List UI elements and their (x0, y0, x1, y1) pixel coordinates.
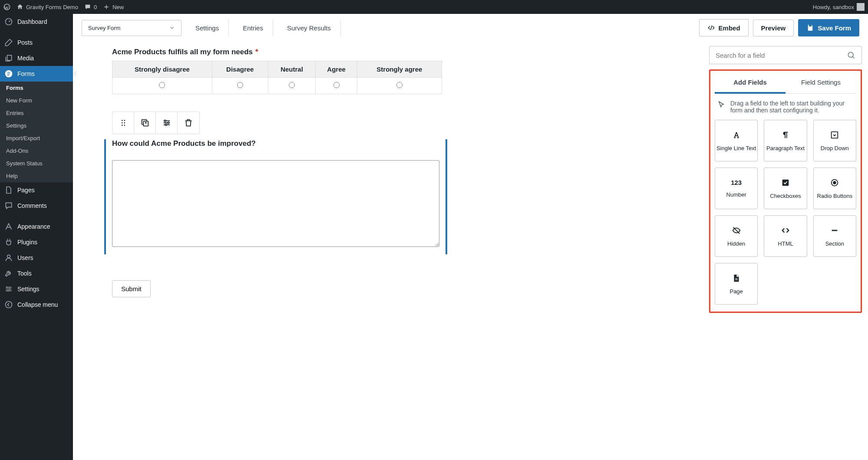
svg-point-8 (124, 122, 125, 124)
sidebar-collapse[interactable]: Collapse menu (0, 297, 73, 312)
field-html[interactable]: HTML (764, 215, 807, 257)
settings-button[interactable] (156, 112, 178, 134)
avatar (857, 3, 865, 11)
add-fields-panel: Add Fields Field Settings Drag a field t… (709, 69, 862, 313)
sidebar-item-media[interactable]: Media (0, 50, 73, 66)
q1-label: Acme Products fulfils all my form needs* (112, 48, 693, 56)
svg-point-19 (834, 181, 836, 184)
right-panel: Add Fields Field Settings Drag a field t… (703, 42, 868, 460)
tab-entries[interactable]: Entries (233, 20, 273, 36)
tab-survey-results[interactable]: Survey Results (277, 20, 341, 36)
form-toolbar: Survey Form Settings Entries Survey Resu… (73, 14, 868, 42)
sidebar-item-users[interactable]: Users (0, 250, 73, 266)
sidebar-item-tools[interactable]: Tools (0, 266, 73, 281)
field-page[interactable]: Page (715, 263, 758, 305)
delete-button[interactable] (178, 112, 199, 134)
sub-item-forms[interactable]: Forms (0, 82, 73, 94)
likert-radio-1[interactable] (237, 82, 243, 88)
cursor-icon (717, 101, 725, 108)
hint-text: Drag a field to the left to start buildi… (715, 100, 856, 114)
likert-col-1: Disagree (212, 61, 268, 78)
field-section[interactable]: Section (813, 215, 856, 257)
svg-point-13 (167, 122, 169, 124)
sub-item-addons[interactable]: Add-Ons (0, 145, 73, 157)
sub-item-new-form[interactable]: New Form (0, 94, 73, 107)
form-name: Survey Form (88, 25, 120, 31)
field-number[interactable]: 123Number (715, 168, 758, 209)
svg-point-7 (121, 122, 122, 124)
sub-item-system-status[interactable]: System Status (0, 157, 73, 170)
number-icon: 123 (731, 179, 742, 186)
site-title: Gravity Forms Demo (26, 4, 78, 10)
new-link[interactable]: New (103, 3, 124, 10)
likert-radio-0[interactable] (159, 82, 165, 88)
field-single-line[interactable]: Single Line Text (715, 120, 758, 161)
wp-logo[interactable] (3, 3, 10, 10)
tab-field-settings[interactable]: Field Settings (785, 72, 856, 93)
field-checkboxes[interactable]: Checkboxes (764, 168, 807, 209)
embed-button[interactable]: Embed (699, 19, 749, 36)
sidebar-item-plugins[interactable]: Plugins (0, 234, 73, 250)
form-switcher[interactable]: Survey Form (82, 20, 182, 36)
forms-submenu: Forms New Form Entries Settings Import/E… (0, 82, 73, 182)
likert-radio-3[interactable] (333, 82, 340, 88)
user-menu[interactable]: Howdy, sandbox (813, 3, 865, 11)
field-toolbar (112, 112, 200, 134)
field-dropdown[interactable]: Drop Down (813, 120, 856, 161)
svg-point-6 (124, 120, 125, 121)
svg-point-10 (124, 125, 125, 126)
sidebar-item-settings[interactable]: Settings (0, 281, 73, 297)
field-hidden[interactable]: Hidden (715, 215, 758, 257)
likert-col-2: Neutral (268, 61, 316, 78)
svg-point-3 (7, 255, 10, 258)
main-content: Survey Form Settings Entries Survey Resu… (73, 14, 868, 460)
sidebar-item-forms[interactable]: Forms (0, 66, 73, 82)
chevron-down-icon (169, 25, 175, 31)
sidebar-item-pages[interactable]: Pages (0, 182, 73, 198)
preview-button[interactable]: Preview (753, 20, 794, 36)
field-search[interactable] (709, 46, 862, 64)
svg-point-9 (121, 125, 122, 126)
required-indicator: * (255, 48, 258, 56)
field-grid: Single Line Text Paragraph Text Drop Dow… (715, 120, 856, 305)
likert-radio-2[interactable] (289, 82, 295, 88)
drag-handle[interactable] (112, 112, 134, 134)
tab-add-fields[interactable]: Add Fields (715, 72, 785, 94)
svg-point-5 (121, 120, 122, 121)
q2-textarea[interactable] (112, 160, 439, 247)
field-paragraph[interactable]: Paragraph Text (764, 120, 807, 161)
comments-link[interactable]: 0 (84, 3, 97, 10)
panel-tabs: Add Fields Field Settings (715, 72, 856, 94)
sub-item-entries[interactable]: Entries (0, 107, 73, 119)
save-button[interactable]: Save Form (798, 19, 859, 36)
comment-count: 0 (94, 4, 97, 10)
svg-rect-16 (832, 131, 838, 138)
likert-radio-4[interactable] (396, 82, 403, 88)
duplicate-button[interactable] (134, 112, 156, 134)
likert-col-4: Strongly agree (357, 61, 442, 78)
search-icon (847, 51, 855, 59)
paragraph-field-selected[interactable]: How could Acme Products be improved? (104, 139, 447, 254)
likert-col-3: Agree (316, 61, 357, 78)
sub-item-import-export[interactable]: Import/Export (0, 132, 73, 145)
svg-point-12 (164, 120, 166, 122)
tab-settings[interactable]: Settings (186, 20, 229, 36)
sidebar-item-comments[interactable]: Comments (0, 198, 73, 214)
svg-point-14 (165, 124, 167, 126)
greeting: Howdy, sandbox (813, 4, 854, 10)
submit-button[interactable]: Submit (112, 280, 151, 297)
likert-table: Strongly disagree Disagree Neutral Agree… (112, 61, 442, 94)
q2-label: How could Acme Products be improved? (112, 139, 439, 148)
sub-item-help[interactable]: Help (0, 170, 73, 182)
likert-field[interactable]: Acme Products fulfils all my form needs*… (112, 48, 693, 94)
sub-item-settings[interactable]: Settings (0, 119, 73, 132)
sidebar-item-appearance[interactable]: Appearance (0, 219, 73, 234)
site-link[interactable]: Gravity Forms Demo (17, 3, 78, 10)
field-radio[interactable]: Radio Buttons (813, 168, 856, 209)
admin-bar: Gravity Forms Demo 0 New Howdy, sandbox (0, 0, 868, 14)
new-label: New (112, 4, 124, 10)
search-input[interactable] (716, 52, 847, 59)
sidebar-item-dashboard[interactable]: Dashboard (0, 14, 73, 30)
sidebar-item-posts[interactable]: Posts (0, 35, 73, 50)
likert-col-0: Strongly disagree (112, 61, 212, 78)
